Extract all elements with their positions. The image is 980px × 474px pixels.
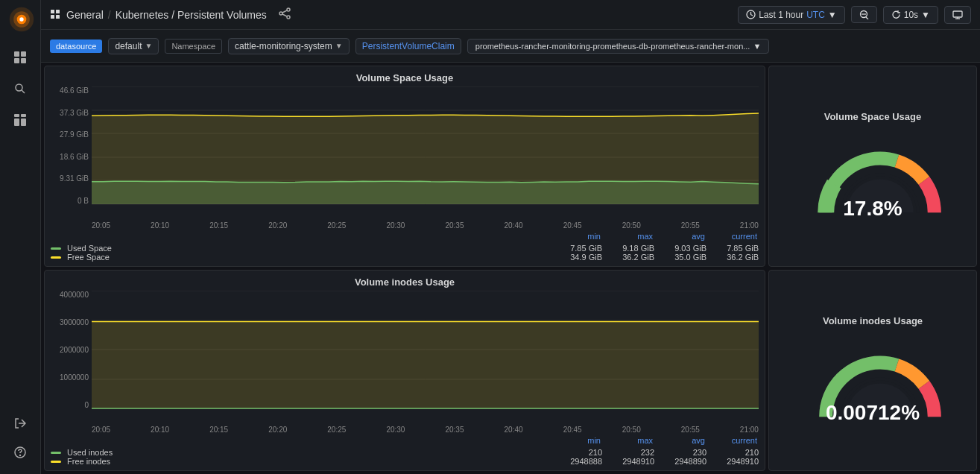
x-label-4: 20:25 (327, 221, 346, 229)
svg-rect-10 (14, 114, 19, 117)
x-axis-space: 20:05 20:10 20:15 20:20 20:25 20:30 20:3… (51, 220, 759, 229)
x-label-8: 20:45 (563, 221, 582, 229)
y-label-2: 27.9 GiB (60, 130, 89, 139)
topbar-controls: Last 1 hour UTC ▼ 10s ▼ (738, 6, 971, 24)
y-label-4: 9.31 GiB (60, 174, 89, 183)
dashboard: Volume Space Usage 46.6 GiB 37.3 GiB 27.… (41, 63, 980, 474)
volume-space-chart-panel: Volume Space Usage 46.6 GiB 37.3 GiB 27.… (44, 66, 765, 267)
svg-line-28 (866, 17, 868, 19)
refresh-interval: 10s (904, 10, 918, 20)
y-label-0: 46.6 GiB (60, 86, 89, 95)
y-label-1: 37.3 GiB (60, 109, 89, 117)
svg-rect-4 (14, 51, 19, 57)
svg-rect-18 (51, 15, 54, 19)
pvc-label: PersistentVolumeClaim (355, 38, 461, 54)
inodes-chart-canvas (92, 291, 759, 422)
free-space-swatch (51, 256, 61, 259)
xi-label-8: 20:45 (563, 426, 582, 433)
svg-point-15 (20, 455, 21, 456)
y-inode-label-4: 0 (84, 401, 89, 409)
volume-inodes-gauge-panel: Volume inodes Usage 0.00712% (768, 270, 977, 471)
stats-header-space: min max avg current (51, 232, 759, 241)
xi-label-7: 20:40 (505, 426, 523, 433)
svg-rect-13 (21, 118, 26, 126)
xi-label-2: 20:15 (209, 426, 228, 433)
svg-rect-6 (14, 58, 19, 63)
breadcrumb-general: General (66, 9, 104, 21)
namespace-select[interactable]: cattle-monitoring-system ▼ (228, 38, 350, 54)
used-space-current: 7.85 GiB (721, 244, 759, 253)
chart-area-space: 46.6 GiB 37.3 GiB 27.9 GiB 18.6 GiB 9.31… (45, 86, 765, 229)
help-icon[interactable] (7, 439, 34, 466)
svg-point-22 (287, 16, 290, 19)
grafana-logo[interactable] (8, 6, 32, 30)
svg-line-24 (282, 14, 287, 16)
used-space-max: 9.18 GiB (617, 244, 654, 253)
xi-label-5: 20:30 (386, 426, 405, 433)
free-inodes-avg: 2948890 (669, 457, 706, 466)
svg-line-9 (22, 90, 25, 93)
namespace-chevron-icon: ▼ (335, 42, 343, 50)
datasource-chevron-icon: ▼ (145, 42, 152, 50)
y-inode-label-1: 3000000 (60, 318, 89, 326)
y-inode-label-3: 1000000 (60, 373, 89, 382)
x-label-11: 21:00 (740, 221, 759, 229)
pvc-select[interactable]: prometheus-rancher-monitoring-prometheus… (467, 39, 770, 54)
legend-stats-inodes: min max avg current Used inodes 210 232 … (45, 433, 765, 470)
apps-icon (50, 9, 62, 21)
used-inodes-current: 210 (721, 448, 759, 457)
free-inodes-swatch (51, 461, 61, 463)
free-space-vals: 34.9 GiB 36.2 GiB 35.0 GiB 36.2 GiB (565, 253, 759, 262)
svg-rect-12 (14, 118, 19, 126)
datasource-value: default (115, 41, 142, 51)
dashboards-icon[interactable] (7, 107, 34, 133)
grid-icon[interactable] (7, 44, 34, 71)
svg-point-8 (16, 84, 22, 91)
x-axis-inodes: 20:05 20:10 20:15 20:20 20:25 20:30 20:3… (51, 424, 759, 433)
space-gauge-value: 17.8% (798, 197, 947, 221)
xi-label-10: 20:55 (681, 426, 700, 433)
stat-max-label: max (616, 232, 653, 241)
namespace-value: cattle-monitoring-system (235, 41, 332, 51)
signout-icon[interactable] (7, 410, 34, 437)
svg-rect-5 (21, 51, 26, 57)
xi-label-0: 20:05 (92, 426, 110, 433)
used-space-min: 7.85 GiB (565, 244, 602, 253)
search-icon[interactable] (7, 75, 34, 102)
used-inodes-swatch (51, 452, 61, 454)
datasource-label: datasource (50, 40, 102, 53)
timezone-label: UTC (806, 10, 825, 20)
screen-button[interactable] (944, 6, 971, 24)
filterbar: datasource default ▼ Namespace cattle-mo… (41, 30, 980, 63)
svg-rect-7 (21, 58, 26, 63)
datasource-select[interactable]: default ▼ (108, 38, 159, 54)
istat-min-label: min (563, 436, 601, 445)
x-label-10: 20:55 (681, 221, 700, 229)
x-label-7: 20:40 (505, 221, 523, 229)
zoom-out-button[interactable] (851, 6, 877, 23)
share-button[interactable] (279, 7, 291, 22)
free-inodes-current: 2948910 (721, 457, 759, 466)
free-inodes-vals: 2948888 2948910 2948890 2948910 (565, 457, 759, 466)
refresh-button[interactable]: 10s ▼ (883, 6, 938, 24)
x-label-9: 20:50 (622, 221, 641, 229)
x-label-0: 20:05 (92, 221, 110, 229)
svg-rect-17 (56, 10, 60, 13)
stat-min-label: min (563, 232, 601, 241)
used-inodes-vals: 210 232 230 210 (565, 448, 759, 457)
xi-label-11: 21:00 (740, 426, 759, 433)
x-label-1: 20:10 (151, 221, 169, 229)
time-range-button[interactable]: Last 1 hour UTC ▼ (738, 6, 845, 24)
volume-space-gauge-title: Volume Space Usage (824, 105, 922, 125)
topbar: General / Kubernetes / Persistent Volume… (41, 0, 980, 30)
free-inodes-min: 2948888 (565, 457, 602, 466)
pvc-value: prometheus-rancher-monitoring-prometheus… (475, 42, 750, 51)
xi-label-4: 20:25 (327, 426, 346, 433)
chart-inner-inodes (92, 291, 759, 424)
xi-label-1: 20:10 (151, 426, 169, 433)
svg-point-3 (19, 17, 23, 21)
legend-row-used-inodes: Used inodes 210 232 230 210 (51, 448, 759, 457)
volume-space-gauge-panel: Volume Space Usage 17.8% (768, 66, 977, 267)
used-inodes-avg: 230 (669, 448, 706, 457)
namespace-label: Namespace (165, 39, 222, 54)
